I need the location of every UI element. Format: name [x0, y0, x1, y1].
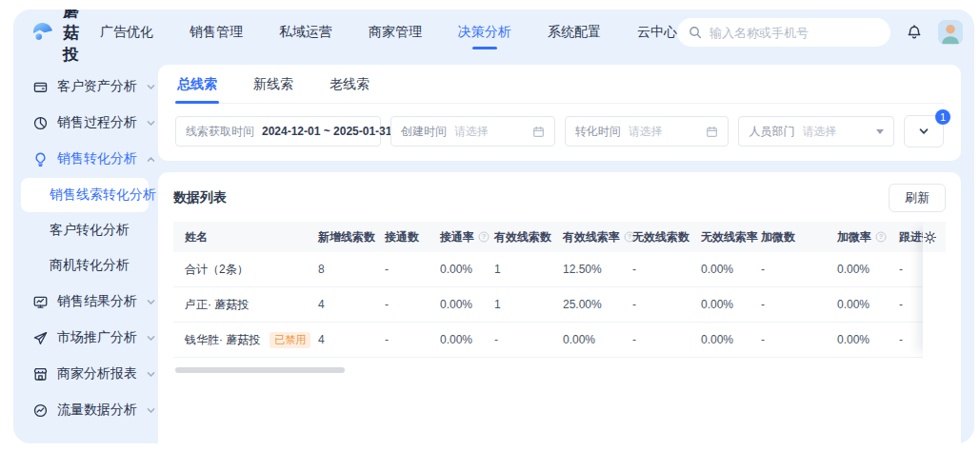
column-label: 姓名	[185, 229, 208, 245]
table-header-cell: 姓名	[173, 229, 307, 245]
search-input[interactable]	[708, 25, 879, 41]
sidebar-item-label: 客户资产分析	[57, 78, 137, 95]
table-cell: 25.00%	[551, 298, 621, 311]
search-icon	[689, 26, 702, 39]
table-row: 卢正· 蘑菇投4-0.00%125.00%-0.00%-0.00%-	[173, 287, 946, 323]
main-content: 总线索新线索老线索 线索获取时间2024-12-01 ~ 2025-01-31创…	[154, 55, 974, 443]
table-cell: 8	[307, 263, 373, 276]
top-nav-item[interactable]: 销售管理	[190, 24, 243, 41]
horizontal-scrollbar[interactable]	[175, 367, 345, 373]
info-icon[interactable]: ?	[875, 231, 887, 243]
table-header-cell: 接通率?	[429, 229, 483, 245]
table-cell: -	[483, 333, 551, 346]
tab-item[interactable]: 新线索	[251, 65, 295, 103]
top-nav-item[interactable]: 决策分析	[458, 24, 511, 41]
table-header-cell: 有效线索数	[483, 229, 551, 245]
filter-date-input[interactable]: 线索获取时间2024-12-01 ~ 2025-01-31	[175, 116, 381, 147]
bell-icon[interactable]	[905, 23, 924, 42]
table-header-cell: 加微数	[750, 229, 826, 245]
column-label: 加微数	[761, 229, 795, 245]
table-cell: 1	[483, 298, 551, 311]
sidebar-item[interactable]: 销售过程分析	[13, 105, 154, 141]
top-bar-right	[677, 18, 963, 47]
sidebar-item-label: 销售转化分析	[57, 150, 137, 167]
table-header-cell: 新增线索数	[307, 229, 373, 245]
table-header-row: 姓名新增线索数接通数接通率?有效线索数有效线索率?无效线索数无效线索率?加微数加…	[173, 222, 946, 252]
sidebar-item[interactable]: 销售结果分析	[13, 284, 154, 320]
plane-icon	[32, 330, 49, 346]
sidebar-item[interactable]: 流量数据分析	[13, 392, 154, 428]
row-name-cell: 卢正· 蘑菇投	[173, 297, 307, 313]
sidebar-sub-item[interactable]: 销售线索转化分析	[21, 178, 149, 212]
top-bar: 蘑菇投 广告优化销售管理私域运营商家管理决策分析系统配置云中心	[13, 10, 974, 55]
table-row: 钱华胜· 蘑菇投已禁用4-0.00%-0.00%-0.00%-0.00%-	[173, 323, 946, 358]
sidebar-item-label: 销售结果分析	[57, 293, 137, 310]
sidebar-item[interactable]: 市场推广分析	[13, 320, 154, 356]
filter-value: 2024-12-01 ~ 2025-01-31	[262, 125, 391, 138]
filter-collapse-button[interactable]: 1	[904, 115, 944, 147]
chevron-down-icon	[917, 125, 930, 138]
filter-placeholder: 请选择	[802, 124, 836, 140]
tab-active[interactable]: 总线索	[175, 65, 219, 103]
filter-placeholder: 请选择	[454, 124, 489, 140]
top-nav-item[interactable]: 广告优化	[100, 24, 153, 41]
table-cell: -	[373, 333, 429, 346]
sidebar-sub-item[interactable]: 商机转化分析	[21, 248, 149, 283]
calendar-icon	[525, 126, 545, 138]
data-table: 姓名新增线索数接通数接通率?有效线索数有效线索率?无效线索数无效线索率?加微数加…	[173, 222, 946, 358]
search-box[interactable]	[677, 18, 890, 47]
user-avatar[interactable]	[938, 20, 963, 45]
table-header-cell: 无效线索数	[621, 229, 690, 245]
table-header-cell: 无效线索率?	[690, 229, 750, 245]
filter-label: 创建时间	[401, 124, 447, 140]
top-nav-item[interactable]: 系统配置	[548, 24, 601, 41]
column-label: 加微率	[837, 229, 871, 245]
table-cell: -	[373, 263, 429, 276]
svg-text:?: ?	[879, 232, 884, 241]
refresh-button[interactable]: 刷新	[889, 184, 946, 212]
table-cell: 4	[307, 298, 373, 311]
sidebar: 客户资产分析 销售过程分析 销售转化分析 销售线索转化分析客户转化分析商机转化分…	[13, 55, 154, 443]
top-nav-item[interactable]: 商家管理	[369, 24, 422, 41]
top-nav-item[interactable]: 私域运营	[279, 24, 332, 41]
row-name: 卢正· 蘑菇投	[185, 297, 249, 313]
top-nav-item[interactable]: 云中心	[637, 24, 677, 41]
table-cell: 0.00%	[826, 263, 888, 276]
traffic-icon	[32, 402, 49, 419]
table-cell: -	[373, 298, 429, 311]
column-settings-button[interactable]	[923, 222, 946, 252]
table-cell: 1	[483, 263, 551, 276]
table-cell: 0.00%	[690, 298, 750, 311]
filter-label: 转化时间	[575, 124, 621, 140]
table-fixed-settings-column	[923, 222, 946, 358]
filter-select[interactable]: 人员部门请选择	[738, 116, 894, 147]
filter-date-input[interactable]: 转化时间请选择	[565, 116, 730, 147]
table-cell: 0.00%	[826, 298, 888, 311]
table-cell: -	[621, 333, 690, 346]
sidebar-sub-item[interactable]: 客户转化分析	[21, 213, 149, 247]
table-cell: 0.00%	[429, 298, 483, 311]
data-list-card: 数据列表 刷新 姓名新增线索数接通数接通率?有效线索数有效线索率?无效线索数无效…	[158, 172, 961, 443]
caret-down-icon	[869, 129, 884, 134]
table-header-cell: 有效线索率?	[551, 229, 621, 245]
table-cell: 0.00%	[429, 263, 483, 276]
column-label: 有效线索数	[494, 229, 551, 245]
filter-count-badge: 1	[935, 109, 950, 125]
brand-logo-icon	[30, 20, 55, 45]
filter-card: 总线索新线索老线索 线索获取时间2024-12-01 ~ 2025-01-31创…	[158, 65, 961, 161]
table-header-cell: 接通数	[373, 229, 429, 245]
sidebar-item[interactable]: 客户资产分析	[13, 69, 154, 105]
tab-item[interactable]: 老线索	[328, 65, 371, 103]
sidebar-item[interactable]: 商家分析报表	[13, 356, 154, 392]
filter-placeholder: 请选择	[629, 124, 663, 140]
sidebar-item[interactable]: 销售转化分析	[13, 141, 154, 177]
lead-tabs: 总线索新线索老线索	[175, 65, 944, 104]
column-label: 新增线索数	[318, 229, 375, 245]
filter-date-input[interactable]: 创建时间请选择	[390, 116, 555, 147]
app-container: 蘑菇投 广告优化销售管理私域运营商家管理决策分析系统配置云中心	[13, 10, 974, 443]
column-label: 接通率	[440, 229, 474, 245]
table-row: 合计（2条）8-0.00%112.50%-0.00%-0.00%-	[173, 252, 946, 287]
sidebar-item-label: 市场推广分析	[57, 329, 137, 346]
data-list-title: 数据列表	[173, 189, 227, 206]
calendar-icon	[698, 126, 718, 138]
